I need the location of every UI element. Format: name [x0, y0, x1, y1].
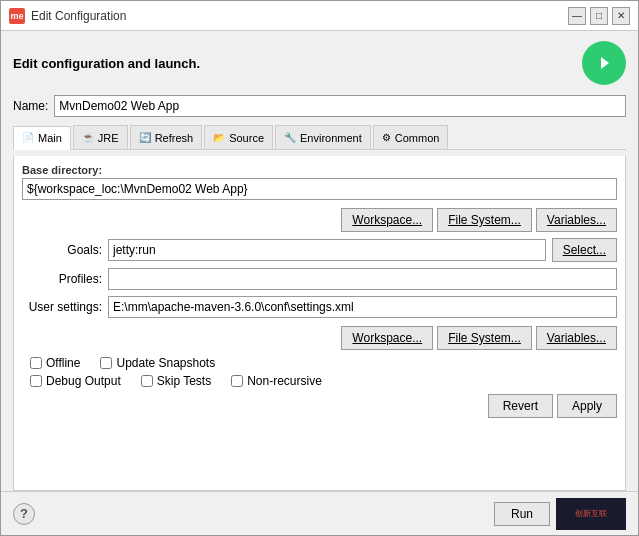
skip-tests-checkbox[interactable]: [141, 375, 153, 387]
watermark-text: 创新互联: [575, 509, 607, 519]
tab-jre[interactable]: ☕ JRE: [73, 125, 128, 149]
arrow-right-icon: [594, 53, 614, 73]
offline-checkbox-item[interactable]: Offline: [30, 356, 80, 370]
non-recursive-checkbox-item[interactable]: Non-recursive: [231, 374, 322, 388]
source-tab-icon: 📂: [213, 132, 225, 143]
file-system-btn-1-label: File System...: [448, 213, 521, 227]
bottom-right: Run 创新互联: [494, 498, 626, 530]
watermark: 创新互联: [556, 498, 626, 530]
common-tab-label: Common: [395, 132, 440, 144]
goals-label: Goals:: [22, 243, 102, 257]
base-directory-input[interactable]: [22, 178, 617, 200]
maximize-button[interactable]: □: [590, 7, 608, 25]
non-recursive-checkbox[interactable]: [231, 375, 243, 387]
checkbox-group: Offline Update Snapshots Debug Output Sk…: [30, 356, 617, 388]
update-snapshots-checkbox[interactable]: [100, 357, 112, 369]
goals-row: Goals: Select...: [22, 238, 617, 262]
workspace-btn-1-label: Workspace...: [352, 213, 422, 227]
main-window: me Edit Configuration — □ ✕ Edit configu…: [0, 0, 639, 536]
skip-tests-label: Skip Tests: [157, 374, 211, 388]
main-panel: Base directory: Workspace... File System…: [13, 156, 626, 491]
variables-btn-2-label: Variables...: [547, 331, 606, 345]
help-button[interactable]: ?: [13, 503, 35, 525]
offline-label: Offline: [46, 356, 80, 370]
file-system-button-1[interactable]: File System...: [437, 208, 532, 232]
workspace-button-2[interactable]: Workspace...: [341, 326, 433, 350]
content-area: Edit configuration and launch. Name: 📄 M…: [1, 31, 638, 491]
jre-tab-label: JRE: [98, 132, 119, 144]
update-snapshots-label: Update Snapshots: [116, 356, 215, 370]
checkbox-row-2: Debug Output Skip Tests Non-recursive: [30, 374, 617, 388]
debug-output-checkbox-item[interactable]: Debug Output: [30, 374, 121, 388]
user-settings-btn-row: Workspace... File System... Variables...: [22, 326, 617, 350]
window-title: Edit Configuration: [31, 9, 568, 23]
tab-source[interactable]: 📂 Source: [204, 125, 273, 149]
profiles-row: Profiles:: [22, 268, 617, 290]
window-controls: — □ ✕: [568, 7, 630, 25]
file-system-btn-2-label: File System...: [448, 331, 521, 345]
variables-btn-1-label: Variables...: [547, 213, 606, 227]
apply-button[interactable]: Apply: [557, 394, 617, 418]
run-button[interactable]: Run: [494, 502, 550, 526]
header-section: Edit configuration and launch.: [13, 41, 626, 85]
select-button[interactable]: Select...: [552, 238, 617, 262]
revert-button[interactable]: Revert: [488, 394, 553, 418]
select-btn-label: Select...: [563, 243, 606, 257]
update-snapshots-checkbox-item[interactable]: Update Snapshots: [100, 356, 215, 370]
profiles-label: Profiles:: [22, 272, 102, 286]
non-recursive-label: Non-recursive: [247, 374, 322, 388]
variables-button-1[interactable]: Variables...: [536, 208, 617, 232]
user-settings-label: User settings:: [22, 300, 102, 314]
refresh-tab-label: Refresh: [155, 132, 194, 144]
variables-button-2[interactable]: Variables...: [536, 326, 617, 350]
jre-tab-icon: ☕: [82, 132, 94, 143]
launch-button[interactable]: [582, 41, 626, 85]
workspace-btn-2-label: Workspace...: [352, 331, 422, 345]
tab-main[interactable]: 📄 Main: [13, 126, 71, 150]
tabs-bar: 📄 Main ☕ JRE 🔄 Refresh 📂 Source 🔧 Enviro…: [13, 125, 626, 150]
env-tab-icon: 🔧: [284, 132, 296, 143]
skip-tests-checkbox-item[interactable]: Skip Tests: [141, 374, 211, 388]
tab-environment[interactable]: 🔧 Environment: [275, 125, 371, 149]
bottom-bar: ? Run 创新互联: [1, 491, 638, 535]
base-directory-section: Base directory:: [22, 164, 617, 200]
header-title: Edit configuration and launch.: [13, 56, 200, 71]
tab-common[interactable]: ⚙ Common: [373, 125, 449, 149]
debug-output-label: Debug Output: [46, 374, 121, 388]
app-icon: me: [9, 8, 25, 24]
main-tab-label: Main: [38, 132, 62, 144]
name-label: Name:: [13, 99, 48, 113]
goals-input[interactable]: [108, 239, 546, 261]
common-tab-icon: ⚙: [382, 132, 391, 143]
checkbox-row-1: Offline Update Snapshots: [30, 356, 617, 370]
workspace-button-1[interactable]: Workspace...: [341, 208, 433, 232]
main-tab-icon: 📄: [22, 132, 34, 143]
source-tab-label: Source: [229, 132, 264, 144]
minimize-button[interactable]: —: [568, 7, 586, 25]
user-settings-input[interactable]: [108, 296, 617, 318]
base-directory-label: Base directory:: [22, 164, 617, 176]
offline-checkbox[interactable]: [30, 357, 42, 369]
base-directory-btn-row: Workspace... File System... Variables...: [22, 208, 617, 232]
debug-output-checkbox[interactable]: [30, 375, 42, 387]
profiles-input[interactable]: [108, 268, 617, 290]
file-system-button-2[interactable]: File System...: [437, 326, 532, 350]
env-tab-label: Environment: [300, 132, 362, 144]
user-settings-row: User settings:: [22, 296, 617, 318]
title-bar: me Edit Configuration — □ ✕: [1, 1, 638, 31]
tab-refresh[interactable]: 🔄 Refresh: [130, 125, 203, 149]
close-button[interactable]: ✕: [612, 7, 630, 25]
action-row: Revert Apply: [22, 394, 617, 418]
name-input[interactable]: [54, 95, 626, 117]
refresh-tab-icon: 🔄: [139, 132, 151, 143]
name-row: Name:: [13, 95, 626, 117]
